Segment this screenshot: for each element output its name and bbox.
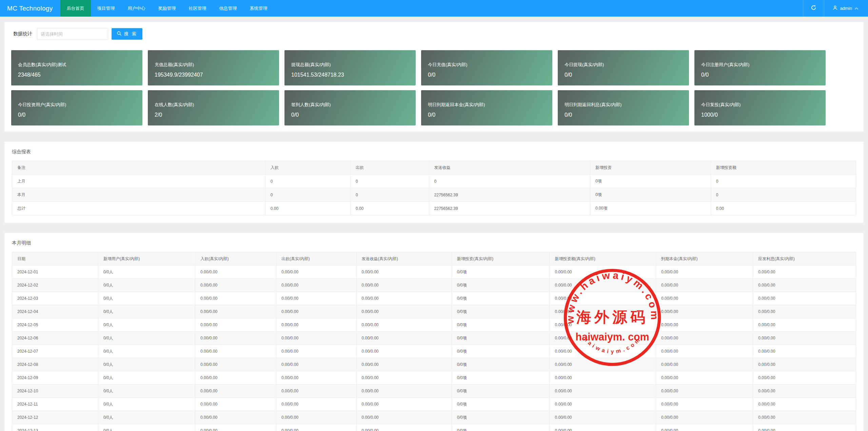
table-cell: 0.00/0.00 [276,279,356,292]
stat-card-label: 会员总数(真实/内部)测试 [18,62,142,68]
table-cell: 0.00/0.00 [656,305,753,318]
table-cell: 0.00/0.00 [550,345,656,358]
table-row: 2024-12-080/0人0.00/0.000.00/0.000.00/0.0… [12,358,856,371]
table-cell: 2024-12-06 [12,332,98,345]
table-cell: 0项 [590,188,711,202]
table-cell: 0.00/0.00 [356,411,452,424]
table-cell: 0.00/0.00 [656,332,753,345]
table-header-row: 日期新增用户(真实/内部)入款(真实/内部)出款(真实/内部)发送收益(真实/内… [12,252,856,266]
table-cell: 0.00 [265,202,350,215]
table-cell: 0.00/0.00 [550,332,656,345]
search-section: 数据统计 搜 索 [8,28,142,40]
column-header: 备注 [12,161,265,175]
nav-item-2[interactable]: 项目管理 [91,0,121,17]
user-icon [832,5,838,12]
table-cell: 0.00/0.00 [276,305,356,318]
table-cell: 2024-12-03 [12,292,98,305]
table-cell: 0.00/0.00 [356,292,452,305]
stat-card: 提现总额(真实/内部)101541.53/248718.23 [284,50,416,85]
stat-card: 今日提现(真实/内部)0/0 [558,50,689,85]
table-cell: 0/0项 [452,345,550,358]
table-cell: 0.00/0.00 [550,305,656,318]
table-cell: 2024-12-09 [12,371,98,385]
search-button[interactable]: 搜 索 [112,28,142,40]
column-header: 新增投资额 [711,161,856,175]
nav-item-4[interactable]: 奖励管理 [152,0,182,17]
column-header: 新增投资 [590,161,711,175]
table-cell: 0.00/0.00 [356,345,452,358]
table-cell: 0.00/0.00 [656,318,753,332]
table-cell: 0.00/0.00 [550,279,656,292]
column-header: 日期 [12,252,98,266]
stat-card: 明日到期返回利息(真实/内部)0/0 [558,90,689,125]
table-row: 2024-12-020/0人0.00/0.000.00/0.000.00/0.0… [12,279,856,292]
stat-card-value: 101541.53/248718.23 [291,72,416,78]
table-cell: 0.00/0.00 [753,332,856,345]
table-cell: 2024-12-07 [12,345,98,358]
stat-card-label: 充值总额(真实/内部) [155,62,279,68]
table-cell: 0.00/0.00 [550,424,656,431]
column-header: 到期本金(真实/内部) [656,252,753,266]
table-cell: 0.00/0.00 [356,266,452,279]
table-cell: 0.00/0.00 [753,345,856,358]
table-cell: 0.00/0.00 [550,318,656,332]
table-cell: 2024-12-01 [12,266,98,279]
table-cell: 2024-12-05 [12,318,98,332]
refresh-button[interactable] [803,0,824,17]
table-cell: 0.00/0.00 [753,398,856,411]
refresh-icon [811,5,816,12]
table-cell: 0.00/0.00 [656,358,753,371]
stat-card-label: 在线人数(真实/内部) [155,102,279,108]
table-cell: 0.00/0.00 [550,266,656,279]
stat-card: 充值总额(真实/内部)195349.9/23992407 [148,50,279,85]
table-cell: 2024-12-13 [12,424,98,431]
stat-card-value: 0/0 [18,112,142,118]
table-cell: 0.00/0.00 [356,279,452,292]
stat-card: 签到人数(真实/内部)0/0 [284,90,416,125]
nav-item-3[interactable]: 用户中心 [121,0,152,17]
stat-card: 今日充值(真实/内部)0/0 [421,50,552,85]
table-cell: 0.00/0.00 [753,305,856,318]
table-cell: 0 [351,175,429,188]
table-cell: 0.00/0.00 [276,332,356,345]
table-row: 2024-12-070/0人0.00/0.000.00/0.000.00/0.0… [12,345,856,358]
table-cell: 0 [265,175,350,188]
stat-card-label: 今日充值(真实/内部) [428,62,552,68]
table-row: 2024-12-100/0人0.00/0.000.00/0.000.00/0.0… [12,385,856,398]
table-cell: 0.00/0.00 [753,411,856,424]
table-cell: 0项 [590,175,711,188]
stat-card: 今日注册用户(真实/内部)0/0 [694,50,826,85]
table-cell: 0/0项 [452,358,550,371]
table-cell: 0/0人 [98,279,195,292]
table-cell: 0.00/0.00 [276,424,356,431]
table-cell: 0.00/0.00 [356,305,452,318]
table-cell: 0.00/0.00 [195,411,276,424]
nav-item-1[interactable]: 后台首页 [60,0,91,17]
stat-card-label: 签到人数(真实/内部) [291,102,416,108]
table-cell: 0/0人 [98,292,195,305]
stat-cards-row-1: 会员总数(真实/内部)测试2348/465充值总额(真实/内部)195349.9… [11,50,826,85]
table-cell: 0/0人 [98,358,195,371]
stat-card-label: 今日提现(真实/内部) [565,62,689,68]
table-cell: 0.00/0.00 [276,345,356,358]
table-cell: 2024-12-11 [12,398,98,411]
column-header: 出款 [351,161,429,175]
stat-card: 在线人数(真实/内部)2/0 [148,90,279,125]
table-cell: 0.00/0.00 [656,398,753,411]
date-input[interactable] [37,28,108,40]
table-cell: 总计 [12,202,265,215]
table-cell: 0/0项 [452,398,550,411]
table-cell: 2024-12-04 [12,305,98,318]
nav-item-7[interactable]: 系统管理 [243,0,274,17]
table-cell: 0.00/0.00 [550,292,656,305]
stat-card-value: 0/0 [428,112,552,118]
table-cell: 0/0人 [98,385,195,398]
nav-item-6[interactable]: 信息管理 [213,0,243,17]
stat-card-value: 0/0 [565,72,689,78]
user-menu[interactable]: admin [824,0,868,17]
table-cell: 0/0项 [452,411,550,424]
table-cell: 0.00/0.00 [195,424,276,431]
nav-item-5[interactable]: 社区管理 [182,0,213,17]
table-cell: 0.00/0.00 [656,266,753,279]
table-header-row: 备注入款出款发送收益新增投资新增投资额 [12,161,856,175]
